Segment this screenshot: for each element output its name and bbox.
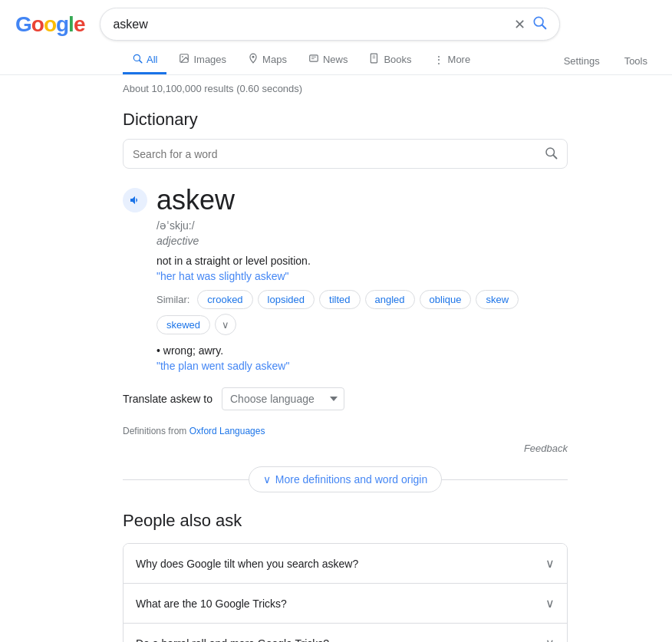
translate-row: Translate askew to Choose language xyxy=(123,387,568,410)
audio-button[interactable] xyxy=(123,188,147,212)
svg-point-6 xyxy=(252,56,255,58)
definitions-from: Definitions from Oxford Languages xyxy=(123,426,568,436)
similar-tag-angled[interactable]: angled xyxy=(365,290,415,309)
maps-icon xyxy=(248,53,259,66)
logo-letter-l: l xyxy=(68,12,74,36)
word-header: askew xyxy=(123,184,568,216)
svg-line-3 xyxy=(140,61,142,63)
translate-select[interactable]: Choose language xyxy=(222,387,344,410)
more-defs-left-line xyxy=(123,479,249,480)
paa-question-2: Do a barrel roll and more Google Tricks? xyxy=(136,637,329,643)
images-icon xyxy=(179,53,189,66)
search-input[interactable] xyxy=(113,18,508,31)
tab-books[interactable]: Books xyxy=(360,47,420,74)
settings-button[interactable]: Settings xyxy=(555,49,609,73)
main-content: About 10,100,000 results (0.60 seconds) … xyxy=(0,75,583,642)
tab-more[interactable]: ⋮ More xyxy=(424,48,480,74)
nav-tabs: All Images Maps News Books ⋮ More Settin… xyxy=(0,41,672,75)
tools-button[interactable]: Tools xyxy=(615,49,657,73)
feedback-row: Feedback xyxy=(123,443,568,454)
similar-tag-tilted[interactable]: tilted xyxy=(319,290,360,309)
paa-question-0: Why does Google tilt when you search ask… xyxy=(136,558,358,570)
search-icon xyxy=(132,53,143,66)
header: Google ✕ xyxy=(0,0,672,41)
tab-all[interactable]: All xyxy=(123,47,166,74)
similar-tag-lopsided[interactable]: lopsided xyxy=(258,290,315,309)
tab-images[interactable]: Images xyxy=(170,47,236,74)
clear-button[interactable]: ✕ xyxy=(514,18,525,31)
paa-item-2[interactable]: Do a barrel roll and more Google Tricks?… xyxy=(124,624,567,642)
more-definitions-wrap: ∨ More definitions and word origin xyxy=(123,466,568,492)
definition-block-1: not in a straight or level position. "he… xyxy=(156,255,568,372)
paa-title: People also ask xyxy=(123,511,568,531)
svg-line-14 xyxy=(553,155,556,158)
translate-label: Translate askew to xyxy=(123,393,212,405)
svg-rect-10 xyxy=(371,54,377,63)
similar-tag-crooked[interactable]: crooked xyxy=(197,290,252,309)
more-defs-right-line xyxy=(442,479,568,480)
tab-images-label: Images xyxy=(193,54,226,65)
chevron-down-icon-1: ∨ xyxy=(545,596,555,611)
dict-search-input[interactable] xyxy=(133,148,544,160)
tab-maps-label: Maps xyxy=(262,54,287,65)
dictionary-title: Dictionary xyxy=(123,110,568,130)
more-definitions-button[interactable]: ∨ More definitions and word origin xyxy=(249,466,442,492)
word-entry: askew /əˈskju:/ adjective not in a strai… xyxy=(123,184,568,372)
definition-text-2: • wrong; awry. xyxy=(156,344,568,357)
word-title: askew xyxy=(156,184,235,216)
news-icon xyxy=(308,53,319,66)
svg-point-5 xyxy=(183,56,184,58)
logo-letter-o2: o xyxy=(44,12,56,36)
definition-example-1: "her hat was slightly askew" xyxy=(156,270,568,282)
similar-tag-oblique[interactable]: oblique xyxy=(420,290,472,309)
tab-all-label: All xyxy=(147,54,157,65)
logo-letter-e: e xyxy=(74,12,85,36)
tab-books-label: Books xyxy=(384,54,411,65)
similar-row: Similar: crooked lopsided tilted angled … xyxy=(156,290,568,335)
people-also-ask-section: People also ask Why does Google tilt whe… xyxy=(123,511,568,642)
paa-question-1: What are the 10 Google Tricks? xyxy=(136,598,287,610)
paa-item-0[interactable]: Why does Google tilt when you search ask… xyxy=(124,544,567,584)
definition-text-1: not in a straight or level position. xyxy=(156,255,568,267)
nav-right: Settings Tools xyxy=(555,49,657,73)
expand-similar-button[interactable]: ∨ xyxy=(215,314,236,335)
paa-item-1[interactable]: What are the 10 Google Tricks? ∨ xyxy=(124,584,567,624)
feedback-link[interactable]: Feedback xyxy=(524,443,568,454)
dictionary-section: Dictionary askew /əˈskju:/ adjective not… xyxy=(123,110,568,492)
logo-letter-g: G xyxy=(15,12,31,36)
more-icon: ⋮ xyxy=(433,54,444,66)
definition-example-2: "the plan went sadly askew" xyxy=(156,360,568,372)
search-bar: ✕ xyxy=(100,8,560,41)
tab-more-label: More xyxy=(448,54,471,65)
tab-maps[interactable]: Maps xyxy=(239,47,296,74)
logo-letter-o1: o xyxy=(31,12,44,36)
similar-label: Similar: xyxy=(156,294,189,305)
oxford-languages-link[interactable]: Oxford Languages xyxy=(189,426,265,436)
results-count: About 10,100,000 results (0.60 seconds) xyxy=(123,83,568,94)
svg-line-1 xyxy=(542,25,546,29)
pronunciation: /əˈskju:/ xyxy=(156,219,568,232)
chevron-down-icon: ∨ xyxy=(263,473,271,486)
tab-news[interactable]: News xyxy=(299,47,357,74)
chevron-down-icon-0: ∨ xyxy=(545,556,555,571)
dict-search-icon xyxy=(544,146,558,162)
dict-search-bar xyxy=(123,139,568,169)
svg-rect-7 xyxy=(310,55,318,61)
word-type: adjective xyxy=(156,235,568,247)
similar-tag-skew[interactable]: skew xyxy=(476,290,519,309)
chevron-down-icon-2: ∨ xyxy=(545,636,555,642)
more-defs-label: More definitions and word origin xyxy=(275,473,427,486)
books-icon xyxy=(369,53,380,66)
search-button[interactable] xyxy=(532,15,547,34)
paa-group: Why does Google tilt when you search ask… xyxy=(123,543,568,642)
google-logo[interactable]: Google xyxy=(15,12,84,37)
tab-news-label: News xyxy=(323,54,348,65)
search-bar-wrapper: ✕ xyxy=(100,8,560,41)
logo-letter-g2: g xyxy=(56,12,68,36)
similar-tag-skewed[interactable]: skewed xyxy=(156,315,210,334)
